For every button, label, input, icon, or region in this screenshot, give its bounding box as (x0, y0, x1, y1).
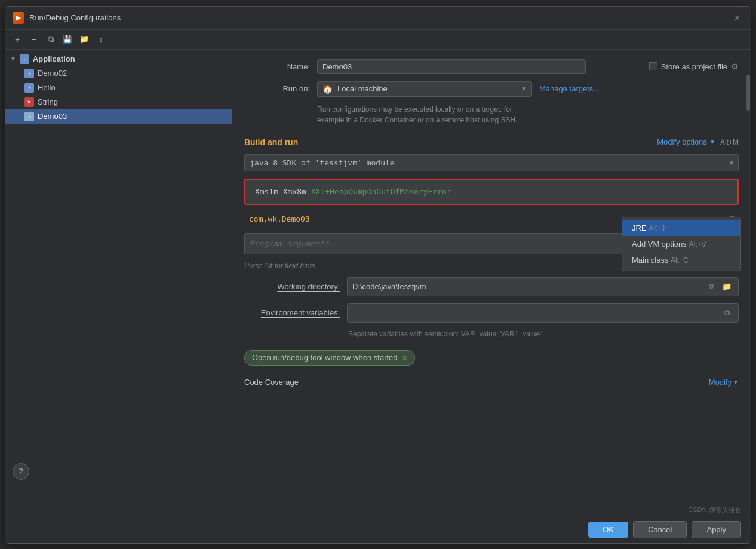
right-panel: Name: Store as project file ⚙ Run on: 🏠 … (232, 50, 751, 516)
sidebar-item-hello[interactable]: ▪ Hello (5, 81, 232, 95)
save-config-button[interactable]: 💾 (60, 32, 75, 47)
name-row: Name: Store as project file ⚙ (244, 59, 739, 74)
run-on-label: Run on: (244, 84, 310, 93)
info-text-content: Run configurations may be executed local… (317, 105, 518, 124)
name-input[interactable] (317, 59, 586, 74)
sidebar-item-demo02[interactable]: ▪ Demo02 (5, 66, 232, 81)
sidebar-item-string[interactable]: ✕ String (5, 95, 232, 109)
sidebar-item-demo02-label: Demo02 (38, 69, 67, 78)
demo03-icon: ▪ (24, 112, 34, 121)
add-vm-shortcut: Alt+V (689, 240, 706, 249)
store-checkbox[interactable] (649, 62, 657, 70)
vm-option-heap: -XX:+HeapDumpOnOutOfMemoryError (306, 187, 451, 196)
working-dir-value: D:\code\java\tesstjvm (352, 282, 426, 291)
shortcut-label: Alt+M (720, 138, 739, 146)
demo02-icon: ▪ (24, 69, 34, 78)
tags-row: Open run/debug tool window when started … (244, 350, 739, 366)
jre-label: JRE (632, 223, 647, 232)
prog-args-placeholder: Program arguments (250, 239, 329, 248)
cancel-button[interactable]: Cancel (633, 521, 687, 538)
jre-menu-item[interactable]: JRE Alt+J (622, 220, 740, 236)
chevron-down-icon: ▼ (10, 56, 16, 62)
toolbar: + − ⧉ 💾 📁 ↕ (5, 30, 751, 50)
sort-config-button[interactable]: ↕ (94, 32, 108, 47)
tag-chip-remove-button[interactable]: × (402, 353, 407, 363)
help-button[interactable]: ? (13, 463, 29, 480)
remove-config-button[interactable]: − (27, 32, 41, 47)
code-coverage-modify-link[interactable]: Modify ▼ (709, 378, 739, 387)
run-on-row: Run on: 🏠 Local machine ▼ Manage targets… (244, 81, 739, 97)
java-sdk-row[interactable]: java 8 SDK of 'tesstjvm' module (244, 154, 739, 171)
working-dir-row: Working directory: D:\code\java\tesstjvm… (244, 277, 739, 296)
dropdown-arrow-icon: ▼ (521, 85, 527, 92)
modify-options-button[interactable]: Modify options ▼ Alt+M (657, 137, 739, 146)
sidebar-group-application[interactable]: ▼ ▪ Application (5, 52, 232, 66)
working-dir-folder-icon[interactable]: 📁 (720, 280, 733, 293)
build-run-section: Build and run Modify options ▼ Alt+M (244, 137, 739, 147)
env-vars-expand-icon[interactable]: ⧉ (720, 306, 733, 320)
app-icon: ▶ (13, 12, 24, 24)
modify-chevron-icon: ▼ (733, 379, 739, 385)
copy-config-button[interactable]: ⧉ (44, 32, 58, 47)
add-config-button[interactable]: + (10, 32, 24, 47)
modify-label: Modify (709, 378, 732, 387)
hello-icon: ▪ (24, 83, 34, 93)
main-class-menu-item[interactable]: Main class Alt+C (622, 252, 740, 268)
gear-icon[interactable]: ⚙ (731, 62, 739, 71)
scrollbar-thumb[interactable] (746, 75, 750, 111)
apply-button[interactable]: Apply (692, 521, 741, 538)
tag-chip-open-window: Open run/debug tool window when started … (244, 350, 415, 366)
add-vm-label: Add VM options (632, 240, 687, 249)
vm-options-box[interactable]: -Xms1m -Xmx8m -XX:+HeapDumpOnOutOfMemory… (244, 179, 739, 205)
dialog-title: Run/Debug Configurations (29, 13, 726, 22)
main-class-shortcut: Alt+C (671, 256, 689, 265)
env-vars-label: Environment variables: (244, 308, 340, 317)
build-run-title: Build and run (244, 137, 298, 147)
main-content: ▼ ▪ Application ▪ Demo02 ▪ Hello ✕ Strin… (5, 50, 751, 516)
working-dir-input[interactable]: D:\code\java\tesstjvm ⧉ 📁 (347, 277, 739, 296)
env-vars-row: Environment variables: ⧉ (244, 303, 739, 323)
add-vm-options-menu-item[interactable]: Add VM options Alt+V (622, 236, 740, 252)
code-coverage-label: Code Coverage (244, 378, 299, 387)
store-row: Store as project file ⚙ (649, 62, 739, 71)
env-vars-hint: Separate variables with semicolon: VAR=v… (348, 330, 739, 338)
manage-targets-link[interactable]: Manage targets... (539, 84, 600, 93)
title-bar: ▶ Run/Debug Configurations × (5, 7, 751, 30)
run-on-dropdown[interactable]: 🏠 Local machine ▼ (317, 81, 532, 97)
store-label: Store as project file (661, 62, 727, 71)
chevron-right-icon: ▼ (709, 139, 715, 145)
modify-options-label: Modify options (657, 137, 707, 146)
close-button[interactable]: × (731, 11, 743, 24)
sidebar-item-string-label: String (38, 97, 58, 106)
working-dir-copy-icon[interactable]: ⧉ (705, 280, 718, 293)
modify-options-menu: JRE Alt+J Add VM options Alt+V Main clas… (622, 217, 741, 271)
string-icon: ✕ (24, 97, 34, 107)
run-debug-dialog: ▶ Run/Debug Configurations × + − ⧉ 💾 📁 ↕… (5, 6, 751, 544)
application-group-icon: ▪ (20, 54, 29, 64)
vm-option-xms: -Xms1m (250, 187, 278, 196)
home-icon: 🏠 (322, 84, 333, 94)
tag-chip-label: Open run/debug tool window when started (252, 353, 398, 362)
sidebar-item-demo03-label: Demo03 (38, 112, 67, 121)
scrollbar-track[interactable] (746, 50, 751, 516)
sidebar-item-hello-label: Hello (38, 83, 56, 92)
code-coverage-row: Code Coverage Modify ▼ (244, 378, 739, 387)
main-class-label: Main class (632, 256, 668, 265)
sidebar-group-label: Application (33, 54, 75, 63)
working-dir-label: Working directory: (244, 282, 340, 291)
watermark-text: CSDN @零失楼台， (689, 505, 748, 514)
run-on-value: Local machine (337, 84, 516, 93)
bottom-bar: OK Cancel Apply (5, 516, 751, 543)
vm-option-xmx: -Xmx8m (278, 187, 306, 196)
sidebar-item-demo03[interactable]: ▪ Demo03 (5, 109, 232, 124)
env-vars-input[interactable]: ⧉ (347, 303, 739, 323)
move-config-button[interactable]: 📁 (77, 32, 91, 47)
ok-button[interactable]: OK (588, 522, 628, 538)
jre-shortcut: Alt+J (649, 224, 665, 232)
info-text: Run configurations may be executed local… (317, 104, 739, 125)
java-sdk-label: java 8 SDK of 'tesstjvm' module (250, 158, 395, 167)
sidebar: ▼ ▪ Application ▪ Demo02 ▪ Hello ✕ Strin… (5, 50, 232, 516)
name-label: Name: (244, 62, 310, 71)
